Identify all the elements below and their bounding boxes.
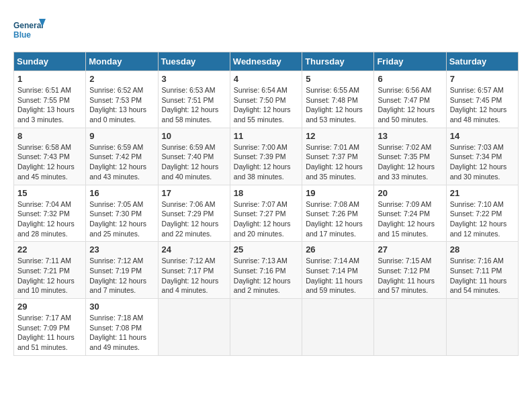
svg-text:Blue: Blue <box>13 30 31 40</box>
day-info: Sunrise: 6:57 AM Sunset: 7:45 PM Dayligh… <box>450 85 515 125</box>
day-number: 9 <box>89 131 154 141</box>
day-info: Sunrise: 7:06 AM Sunset: 7:29 PM Dayligh… <box>162 199 226 239</box>
day-header-friday: Friday <box>374 52 446 71</box>
sunset-label: Sunset: 7:17 PM <box>162 267 214 275</box>
sunrise-label: Sunrise: 7:17 AM <box>17 314 71 322</box>
sunset-label: Sunset: 7:14 PM <box>306 267 358 275</box>
sunrise-label: Sunrise: 7:14 AM <box>306 257 359 265</box>
day-number: 21 <box>450 188 515 198</box>
day-number: 28 <box>450 244 515 255</box>
daylight-label: Daylight: 12 hours and 28 minutes. <box>17 220 75 238</box>
day-info: Sunrise: 7:17 AM Sunset: 7:09 PM Dayligh… <box>17 313 82 353</box>
daylight-label: Daylight: 12 hours and 10 minutes. <box>17 277 75 295</box>
sunrise-label: Sunrise: 6:59 AM <box>89 143 143 151</box>
calendar-cell: 20 Sunrise: 7:09 AM Sunset: 7:24 PM Dayl… <box>374 185 446 242</box>
sunrise-label: Sunrise: 7:00 AM <box>234 143 287 151</box>
sunset-label: Sunset: 7:39 PM <box>234 152 286 161</box>
calendar-cell: 19 Sunrise: 7:08 AM Sunset: 7:26 PM Dayl… <box>302 185 374 242</box>
day-header-thursday: Thursday <box>302 52 374 71</box>
calendar-cell: 24 Sunrise: 7:12 AM Sunset: 7:17 PM Dayl… <box>158 242 230 299</box>
day-number: 25 <box>234 244 298 255</box>
day-number: 1 <box>17 74 82 84</box>
day-number: 7 <box>450 74 515 84</box>
day-info: Sunrise: 7:07 AM Sunset: 7:27 PM Dayligh… <box>234 199 298 239</box>
daylight-label: Daylight: 12 hours and 40 minutes. <box>162 163 219 181</box>
daylight-label: Daylight: 12 hours and 7 minutes. <box>89 277 146 295</box>
calendar-week-3: 15 Sunrise: 7:04 AM Sunset: 7:32 PM Dayl… <box>14 185 519 242</box>
daylight-label: Daylight: 12 hours and 30 minutes. <box>450 163 507 181</box>
day-number: 14 <box>450 131 515 141</box>
daylight-label: Daylight: 12 hours and 55 minutes. <box>234 105 291 124</box>
daylight-label: Daylight: 11 hours and 59 minutes. <box>306 277 363 295</box>
day-info: Sunrise: 7:09 AM Sunset: 7:24 PM Dayligh… <box>378 199 442 239</box>
calendar-cell: 11 Sunrise: 7:00 AM Sunset: 7:39 PM Dayl… <box>230 128 302 185</box>
sunrise-label: Sunrise: 6:53 AM <box>162 86 216 94</box>
sunrise-label: Sunrise: 7:06 AM <box>162 200 216 208</box>
daylight-label: Daylight: 13 hours and 3 minutes. <box>17 105 75 124</box>
calendar-cell: 30 Sunrise: 7:18 AM Sunset: 7:08 PM Dayl… <box>86 299 158 356</box>
calendar-cell: 28 Sunrise: 7:16 AM Sunset: 7:11 PM Dayl… <box>446 242 518 299</box>
logo: General Blue <box>13 16 47 46</box>
daylight-label: Daylight: 12 hours and 4 minutes. <box>162 277 219 295</box>
sunset-label: Sunset: 7:27 PM <box>234 210 286 218</box>
daylight-label: Daylight: 11 hours and 49 minutes. <box>89 333 146 351</box>
calendar-cell: 10 Sunrise: 6:59 AM Sunset: 7:40 PM Dayl… <box>158 128 230 185</box>
day-number: 13 <box>378 131 442 141</box>
calendar-cell: 7 Sunrise: 6:57 AM Sunset: 7:45 PM Dayli… <box>446 71 518 128</box>
calendar-cell: 23 Sunrise: 7:12 AM Sunset: 7:19 PM Dayl… <box>86 242 158 299</box>
daylight-label: Daylight: 11 hours and 54 minutes. <box>450 277 507 295</box>
sunrise-label: Sunrise: 6:59 AM <box>162 143 216 151</box>
day-info: Sunrise: 7:04 AM Sunset: 7:32 PM Dayligh… <box>17 199 82 239</box>
day-number: 30 <box>89 302 154 312</box>
sunset-label: Sunset: 7:29 PM <box>162 210 214 218</box>
sunset-label: Sunset: 7:12 PM <box>378 267 430 275</box>
calendar-cell: 9 Sunrise: 6:59 AM Sunset: 7:42 PM Dayli… <box>86 128 158 185</box>
calendar-cell: 21 Sunrise: 7:10 AM Sunset: 7:22 PM Dayl… <box>446 185 518 242</box>
day-info: Sunrise: 6:59 AM Sunset: 7:42 PM Dayligh… <box>89 142 154 182</box>
sunrise-label: Sunrise: 6:56 AM <box>378 86 431 94</box>
day-info: Sunrise: 7:03 AM Sunset: 7:34 PM Dayligh… <box>450 142 515 182</box>
day-info: Sunrise: 7:18 AM Sunset: 7:08 PM Dayligh… <box>89 313 154 353</box>
day-number: 3 <box>162 74 226 84</box>
day-number: 15 <box>17 188 82 198</box>
calendar-cell: 5 Sunrise: 6:55 AM Sunset: 7:48 PM Dayli… <box>302 71 374 128</box>
day-info: Sunrise: 6:55 AM Sunset: 7:48 PM Dayligh… <box>306 85 370 125</box>
sunrise-label: Sunrise: 6:51 AM <box>17 86 71 94</box>
sunset-label: Sunset: 7:24 PM <box>378 210 430 218</box>
sunrise-label: Sunrise: 6:52 AM <box>89 86 143 94</box>
sunrise-label: Sunrise: 7:15 AM <box>378 257 431 265</box>
day-number: 2 <box>89 74 154 84</box>
calendar-cell: 16 Sunrise: 7:05 AM Sunset: 7:30 PM Dayl… <box>86 185 158 242</box>
sunset-label: Sunset: 7:51 PM <box>162 96 214 104</box>
sunrise-label: Sunrise: 6:57 AM <box>450 86 504 94</box>
sunset-label: Sunset: 7:37 PM <box>306 152 358 161</box>
sunset-label: Sunset: 7:11 PM <box>450 267 502 275</box>
day-number: 4 <box>234 74 298 84</box>
calendar-week-4: 22 Sunrise: 7:11 AM Sunset: 7:21 PM Dayl… <box>14 242 519 299</box>
day-info: Sunrise: 6:52 AM Sunset: 7:53 PM Dayligh… <box>89 85 154 125</box>
calendar-cell: 22 Sunrise: 7:11 AM Sunset: 7:21 PM Dayl… <box>14 242 86 299</box>
header-row: General Blue <box>13 13 519 46</box>
daylight-label: Daylight: 12 hours and 25 minutes. <box>89 220 146 238</box>
sunset-label: Sunset: 7:08 PM <box>89 324 142 332</box>
day-info: Sunrise: 6:54 AM Sunset: 7:50 PM Dayligh… <box>234 85 298 125</box>
calendar-cell: 12 Sunrise: 7:01 AM Sunset: 7:37 PM Dayl… <box>302 128 374 185</box>
sunrise-label: Sunrise: 6:54 AM <box>234 86 287 94</box>
calendar-week-5: 29 Sunrise: 7:17 AM Sunset: 7:09 PM Dayl… <box>14 299 519 356</box>
daylight-label: Daylight: 12 hours and 20 minutes. <box>234 220 291 238</box>
calendar-cell <box>158 299 230 356</box>
calendar-cell: 8 Sunrise: 6:58 AM Sunset: 7:43 PM Dayli… <box>14 128 86 185</box>
sunset-label: Sunset: 7:40 PM <box>162 152 214 161</box>
sunset-label: Sunset: 7:42 PM <box>89 152 142 161</box>
day-info: Sunrise: 7:13 AM Sunset: 7:16 PM Dayligh… <box>234 256 298 295</box>
sunrise-label: Sunrise: 7:18 AM <box>89 314 143 322</box>
sunrise-label: Sunrise: 7:12 AM <box>162 257 216 265</box>
day-info: Sunrise: 7:05 AM Sunset: 7:30 PM Dayligh… <box>89 199 154 239</box>
sunset-label: Sunset: 7:45 PM <box>450 96 502 104</box>
sunset-label: Sunset: 7:35 PM <box>378 152 430 161</box>
sunset-label: Sunset: 7:30 PM <box>89 210 142 218</box>
day-number: 23 <box>89 244 154 255</box>
day-info: Sunrise: 7:02 AM Sunset: 7:35 PM Dayligh… <box>378 142 442 182</box>
day-number: 5 <box>306 74 370 84</box>
daylight-label: Daylight: 11 hours and 51 minutes. <box>17 333 75 351</box>
